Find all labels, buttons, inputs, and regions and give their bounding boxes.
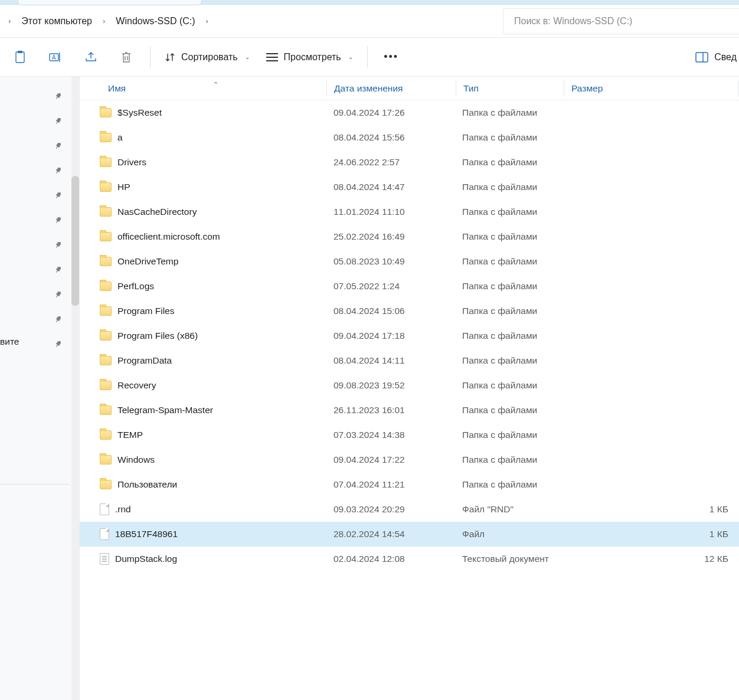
file-name: Windows — [117, 454, 155, 465]
file-name: .rnd — [115, 504, 131, 515]
column-header-row: ⌃ Имя Дата изменения Тип Размер — [80, 77, 739, 100]
navigation-sidebar[interactable]: вите — [0, 77, 80, 700]
file-type: Текстовый документ — [455, 554, 563, 564]
column-header-type[interactable]: Тип — [456, 83, 564, 94]
pin-icon — [53, 90, 64, 102]
file-size: 12 КБ — [563, 554, 739, 564]
file-type: Папка с файлами — [455, 430, 563, 440]
sidebar-scrollbar-track[interactable] — [71, 77, 79, 700]
view-label: Просмотреть — [284, 52, 341, 63]
sort-label: Сортировать — [181, 52, 238, 63]
file-row[interactable]: Windows09.04.2024 17:22Папка с файлами — [80, 447, 739, 472]
folder-icon — [100, 207, 112, 217]
tab-strip[interactable] — [0, 0, 739, 5]
file-name: Program Files (x86) — [117, 331, 198, 341]
details-label: Свед — [714, 52, 737, 63]
details-pane-button[interactable]: Свед — [695, 52, 737, 63]
folder-icon — [100, 381, 112, 390]
file-row[interactable]: $SysReset09.04.2024 17:26Папка с файлами — [80, 100, 739, 125]
sidebar-pinned-item[interactable] — [0, 109, 79, 133]
file-row[interactable]: Пользователи07.04.2024 11:21Папка с файл… — [80, 472, 739, 497]
sidebar-scrollbar-thumb[interactable] — [71, 176, 79, 306]
sidebar-pinned-item[interactable] — [0, 208, 79, 233]
file-row[interactable]: HP08.04.2024 14:47Папка с файлами — [80, 175, 739, 199]
breadcrumb[interactable]: › Этот компьютер › Windows-SSD (C:) › — [0, 5, 503, 37]
pin-icon — [53, 115, 64, 126]
file-type: Папка с файлами — [455, 256, 563, 267]
more-button[interactable]: ••• — [374, 42, 409, 72]
sidebar-pinned-item[interactable] — [0, 133, 79, 158]
file-row[interactable]: officeclient.microsoft.com25.02.2024 16:… — [80, 224, 739, 249]
file-type: Папка с файлами — [455, 207, 563, 217]
file-name: 18B517F48961 — [115, 529, 178, 539]
column-header-date[interactable]: Дата изменения — [327, 83, 456, 94]
file-date: 09.04.2024 17:26 — [326, 107, 455, 118]
folder-icon — [100, 306, 112, 316]
file-row[interactable]: NasCacheDirectory11.01.2024 11:10Папка с… — [80, 199, 739, 224]
sidebar-pinned-item[interactable] — [0, 307, 79, 332]
sidebar-pinned-item[interactable] — [0, 257, 79, 282]
paste-button[interactable] — [2, 42, 38, 72]
chevron-right-icon[interactable]: › — [198, 17, 217, 25]
file-date: 09.04.2024 17:18 — [326, 331, 455, 341]
share-button[interactable] — [73, 42, 109, 72]
file-date: 09.03.2024 20:29 — [326, 504, 455, 515]
file-type: Файл "RND" — [455, 504, 563, 515]
file-date: 09.04.2024 17:22 — [326, 454, 455, 465]
folder-icon — [100, 282, 112, 291]
pin-icon — [53, 140, 64, 151]
file-name: Пользователи — [117, 479, 177, 490]
sort-button[interactable]: Сортировать ⌄ — [156, 42, 258, 72]
folder-icon — [100, 158, 112, 167]
file-row[interactable]: Program Files08.04.2024 15:06Папка с фай… — [80, 299, 739, 323]
column-header-size[interactable]: Размер — [564, 83, 738, 94]
file-row[interactable]: Telegram-Spam-Master26.11.2023 16:01Папк… — [80, 398, 739, 423]
file-icon — [100, 528, 109, 540]
pin-icon — [53, 289, 64, 300]
file-row[interactable]: TEMP07.03.2024 14:38Папка с файлами — [80, 423, 739, 447]
file-row[interactable]: Recovery09.08.2023 19:52Папка с файлами — [80, 373, 739, 398]
sort-indicator-icon: ⌃ — [213, 81, 218, 89]
chevron-right-icon[interactable]: › — [0, 17, 19, 25]
file-name: HP — [117, 182, 130, 192]
chevron-right-icon[interactable]: › — [94, 17, 113, 25]
file-type: Папка с файлами — [455, 380, 563, 391]
file-row[interactable]: .rnd09.03.2024 20:29Файл "RND"1 КБ — [80, 497, 739, 522]
file-date: 08.04.2024 14:11 — [326, 355, 455, 366]
file-name: NasCacheDirectory — [117, 207, 197, 217]
sidebar-pinned-item[interactable] — [0, 233, 79, 257]
file-name: Drivers — [117, 157, 146, 168]
file-date: 08.04.2024 15:56 — [326, 132, 455, 143]
toolbar: A Сортировать ⌄ Просмотреть ⌄ ••• Свед — [0, 38, 739, 77]
file-row[interactable]: Drivers24.06.2022 2:57Папка с файлами — [80, 150, 739, 175]
file-row[interactable]: Program Files (x86)09.04.2024 17:18Папка… — [80, 323, 739, 348]
sidebar-pinned-item[interactable] — [0, 282, 79, 307]
file-row[interactable]: 18B517F4896128.02.2024 14:54Файл1 КБ — [80, 522, 739, 547]
file-date: 07.03.2024 14:38 — [326, 430, 455, 440]
svg-text:A: A — [52, 54, 56, 61]
file-date: 05.08.2023 10:49 — [326, 256, 455, 267]
file-row[interactable]: ProgramData08.04.2024 14:11Папка с файла… — [80, 348, 739, 373]
file-row[interactable]: PerfLogs07.05.2022 1:24Папка с файлами — [80, 274, 739, 299]
sidebar-pinned-item[interactable] — [0, 183, 79, 208]
sort-icon — [165, 52, 175, 63]
breadcrumb-item[interactable]: Windows-SSD (C:) — [113, 12, 197, 30]
column-header-name[interactable]: ⌃ Имя — [80, 83, 326, 94]
view-button[interactable]: Просмотреть ⌄ — [258, 42, 361, 72]
search-input[interactable]: Поиск в: Windows-SSD (C:) — [503, 8, 739, 34]
address-bar-row: › Этот компьютер › Windows-SSD (C:) › По… — [0, 5, 739, 38]
file-row[interactable]: OneDriveTemp05.08.2023 10:49Папка с файл… — [80, 249, 739, 274]
pin-icon — [53, 214, 64, 225]
file-list: $SysReset09.04.2024 17:26Папка с файлами… — [80, 100, 739, 571]
file-row[interactable]: DumpStack.log02.04.2024 12:08Текстовый д… — [80, 547, 739, 571]
file-row[interactable]: a08.04.2024 15:56Папка с файлами — [80, 125, 739, 150]
file-date: 08.04.2024 15:06 — [326, 306, 455, 316]
breadcrumb-item[interactable]: Этот компьютер — [19, 12, 94, 30]
pin-icon — [53, 338, 64, 349]
delete-button[interactable] — [109, 42, 144, 72]
rename-button[interactable]: A — [38, 42, 73, 72]
file-name: a — [117, 132, 123, 143]
sidebar-pinned-item[interactable] — [0, 158, 79, 183]
sidebar-pinned-item[interactable] — [0, 84, 79, 109]
chevron-down-icon: ⌄ — [245, 54, 250, 60]
